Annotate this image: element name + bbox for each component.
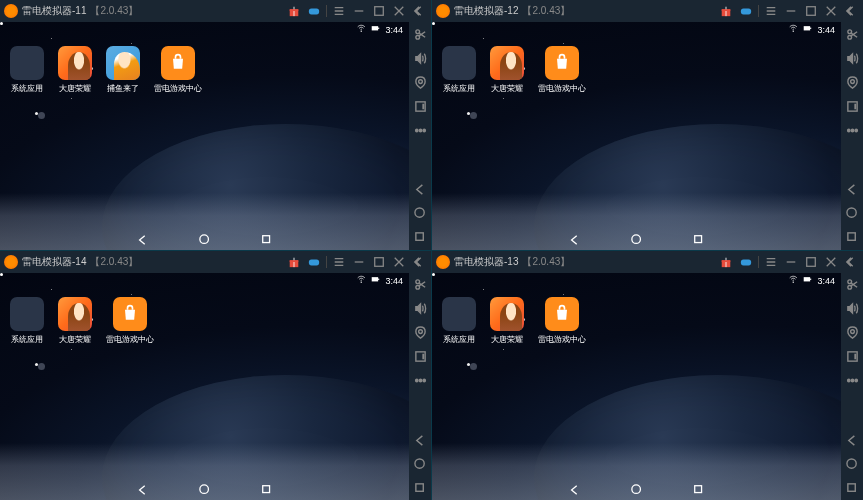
app-launcher[interactable]: 雷电游戏中心 <box>154 46 202 94</box>
app-launcher[interactable]: 雷电游戏中心 <box>538 46 586 94</box>
android-navbar <box>432 482 841 500</box>
back-nav-icon[interactable] <box>412 182 428 198</box>
gamepad-icon[interactable] <box>738 254 754 270</box>
collapse-sidebar-icon[interactable] <box>843 3 859 19</box>
back-nav-icon[interactable] <box>844 432 860 448</box>
android-screen[interactable]: 3:44系统应用大唐荣耀雷电游戏中心 <box>0 273 409 501</box>
home-button[interactable] <box>631 482 643 500</box>
expand-icon[interactable] <box>412 349 428 365</box>
app-launcher[interactable]: 系统应用 <box>442 297 476 345</box>
gamepad-icon[interactable] <box>306 3 322 19</box>
wifi-icon <box>789 24 799 36</box>
recent-button[interactable] <box>261 482 273 500</box>
home-button[interactable] <box>631 232 643 250</box>
menu-icon[interactable] <box>763 3 779 19</box>
gift-icon[interactable] <box>718 3 734 19</box>
gift-icon[interactable] <box>286 3 302 19</box>
app-label: 捕鱼来了 <box>107 83 139 94</box>
volume-icon[interactable] <box>412 301 428 317</box>
close-icon[interactable] <box>391 254 407 270</box>
emulator-instance: 雷电模拟器-13【2.0.43】3:44系统应用大唐荣耀雷电游戏中心 <box>432 251 863 501</box>
menu-icon[interactable] <box>763 254 779 270</box>
maximize-icon[interactable] <box>803 3 819 19</box>
expand-icon[interactable] <box>844 98 860 114</box>
gift-icon[interactable] <box>718 254 734 270</box>
recent-button[interactable] <box>261 232 273 250</box>
more-icon[interactable] <box>412 122 428 138</box>
menu-icon[interactable] <box>331 3 347 19</box>
app-launcher[interactable]: 大唐荣耀 <box>58 297 92 345</box>
home-button[interactable] <box>199 232 211 250</box>
collapse-sidebar-icon[interactable] <box>411 3 427 19</box>
app-launcher[interactable]: 系统应用 <box>442 46 476 94</box>
app-launcher[interactable]: 捕鱼来了 <box>106 46 140 94</box>
back-button[interactable] <box>137 482 149 500</box>
back-button[interactable] <box>569 232 581 250</box>
back-button[interactable] <box>137 232 149 250</box>
app-launcher[interactable]: 大唐荣耀 <box>490 46 524 94</box>
app-grid: 系统应用大唐荣耀捕鱼来了雷电游戏中心 <box>0 38 409 102</box>
app-launcher[interactable]: 雷电游戏中心 <box>538 297 586 345</box>
android-screen[interactable]: 3:44系统应用大唐荣耀雷电游戏中心 <box>432 22 841 250</box>
app-launcher[interactable]: 系统应用 <box>10 297 44 345</box>
scissors-icon[interactable] <box>412 26 428 42</box>
maximize-icon[interactable] <box>371 254 387 270</box>
scissors-icon[interactable] <box>412 277 428 293</box>
back-nav-icon[interactable] <box>412 432 428 448</box>
app-launcher[interactable]: 系统应用 <box>10 46 44 94</box>
more-icon[interactable] <box>412 373 428 389</box>
volume-icon[interactable] <box>844 50 860 66</box>
minimize-icon[interactable] <box>351 3 367 19</box>
gamepad-icon[interactable] <box>738 3 754 19</box>
expand-icon[interactable] <box>844 349 860 365</box>
scissors-icon[interactable] <box>844 277 860 293</box>
android-statusbar: 3:44 <box>432 22 841 38</box>
more-icon[interactable] <box>844 373 860 389</box>
home-button[interactable] <box>199 482 211 500</box>
clock: 3:44 <box>817 25 835 35</box>
svg-point-69 <box>850 330 854 334</box>
minimize-icon[interactable] <box>351 254 367 270</box>
recent-nav-icon[interactable] <box>844 480 860 496</box>
menu-icon[interactable] <box>331 254 347 270</box>
app-launcher[interactable]: 大唐荣耀 <box>58 46 92 94</box>
home-nav-icon[interactable] <box>844 456 860 472</box>
recent-nav-icon[interactable] <box>844 230 860 246</box>
gamepad-icon[interactable] <box>306 254 322 270</box>
volume-icon[interactable] <box>844 301 860 317</box>
maximize-icon[interactable] <box>803 254 819 270</box>
home-nav-icon[interactable] <box>412 206 428 222</box>
recent-nav-icon[interactable] <box>412 230 428 246</box>
home-nav-icon[interactable] <box>412 456 428 472</box>
maximize-icon[interactable] <box>371 3 387 19</box>
location-icon[interactable] <box>844 74 860 90</box>
svg-point-27 <box>631 234 640 243</box>
location-icon[interactable] <box>412 74 428 90</box>
minimize-icon[interactable] <box>783 3 799 19</box>
recent-nav-icon[interactable] <box>412 480 428 496</box>
location-icon[interactable] <box>844 325 860 341</box>
app-launcher[interactable]: 大唐荣耀 <box>490 297 524 345</box>
close-icon[interactable] <box>391 3 407 19</box>
expand-icon[interactable] <box>412 98 428 114</box>
location-icon[interactable] <box>412 325 428 341</box>
recent-button[interactable] <box>693 232 705 250</box>
close-icon[interactable] <box>823 254 839 270</box>
home-nav-icon[interactable] <box>844 206 860 222</box>
back-nav-icon[interactable] <box>844 182 860 198</box>
close-icon[interactable] <box>823 3 839 19</box>
gift-icon[interactable] <box>286 254 302 270</box>
volume-icon[interactable] <box>412 50 428 66</box>
emulator-instance: 雷电模拟器-14【2.0.43】3:44系统应用大唐荣耀雷电游戏中心 <box>0 251 431 501</box>
android-screen[interactable]: 3:44系统应用大唐荣耀雷电游戏中心 <box>432 273 841 501</box>
android-screen[interactable]: 3:44系统应用大唐荣耀捕鱼来了雷电游戏中心 <box>0 22 409 250</box>
collapse-sidebar-icon[interactable] <box>843 254 859 270</box>
app-launcher[interactable]: 雷电游戏中心 <box>106 297 154 345</box>
recent-button[interactable] <box>693 482 705 500</box>
scissors-icon[interactable] <box>844 26 860 42</box>
minimize-icon[interactable] <box>783 254 799 270</box>
collapse-sidebar-icon[interactable] <box>411 254 427 270</box>
back-button[interactable] <box>569 482 581 500</box>
more-icon[interactable] <box>844 122 860 138</box>
svg-point-10 <box>415 29 419 33</box>
